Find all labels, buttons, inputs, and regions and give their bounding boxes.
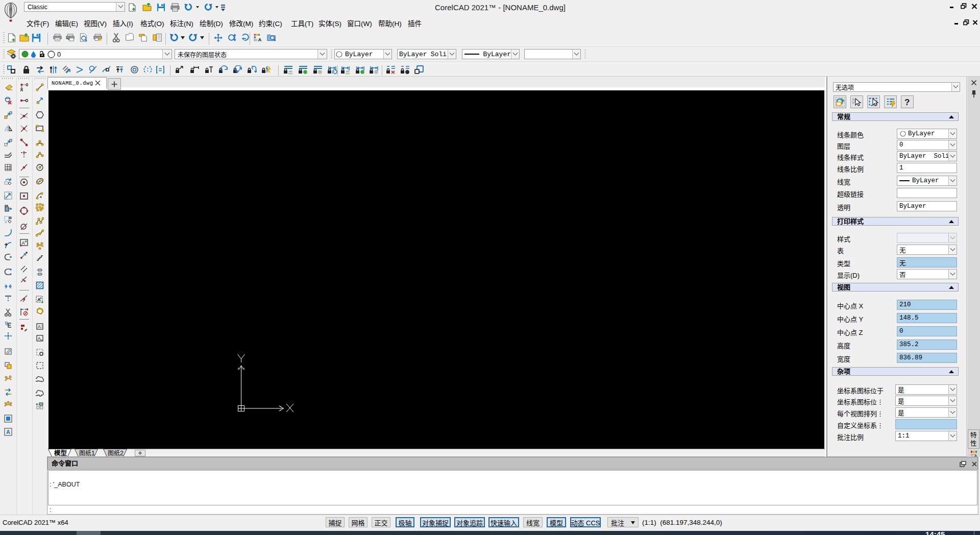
svg-text:?: ? (904, 98, 910, 107)
svg-text:图纸2: 图纸2 (108, 450, 124, 457)
svg-text:A: A (6, 429, 10, 435)
svg-text:A: A (37, 297, 41, 302)
svg-text:A: A (974, 454, 977, 457)
svg-text:A: A (22, 240, 25, 246)
svg-text:图纸1: 图纸1 (79, 450, 95, 457)
svg-text:性: 性 (970, 440, 977, 447)
svg-text:模型: 模型 (54, 449, 67, 457)
svg-text:特: 特 (970, 431, 977, 439)
svg-text:A: A (258, 37, 262, 42)
svg-text:A: A (38, 324, 41, 329)
